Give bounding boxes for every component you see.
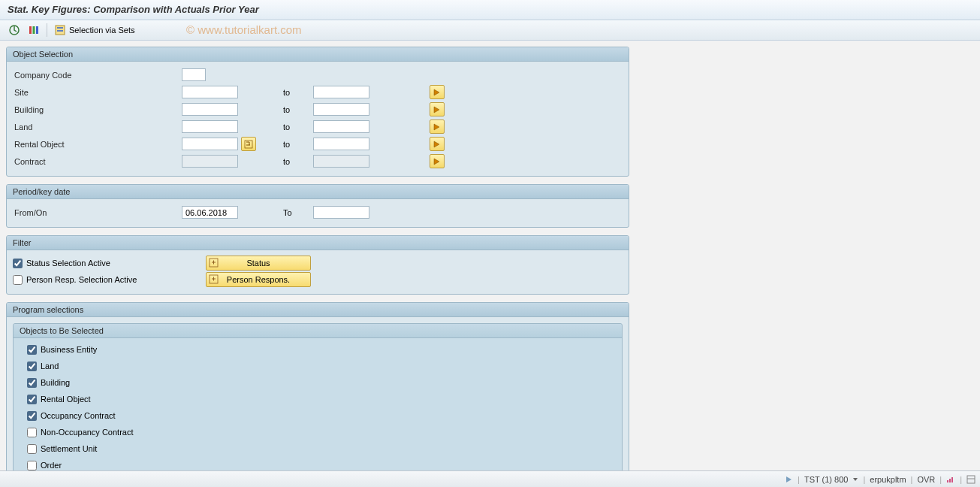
layout-icon[interactable] — [966, 475, 975, 484]
application-toolbar: Selection via Sets © www.tutorialkart.co… — [0, 20, 980, 41]
object-label: Occupancy Contract — [41, 411, 116, 420]
sets-icon — [54, 24, 66, 36]
object-checkbox[interactable] — [27, 378, 37, 388]
rental-object-from-input[interactable] — [182, 138, 238, 150]
status-active-label: Status Selection Active — [26, 259, 110, 268]
land-multiple-button[interactable] — [430, 119, 445, 134]
selection-via-sets-button[interactable]: Selection via Sets — [52, 23, 137, 38]
period-to-input[interactable] — [313, 206, 369, 219]
selection-via-sets-label: Selection via Sets — [69, 26, 134, 35]
expand-icon — [209, 258, 219, 268]
land-from-input[interactable] — [182, 120, 238, 133]
svg-rect-10 — [967, 476, 975, 483]
period-group: Period/key date From/On To — [6, 184, 629, 228]
program-selections-header: Program selections — [7, 303, 629, 317]
rental-object-f4-button[interactable] — [241, 137, 256, 151]
object-selection-group: Object Selection Company Code Site to Bu… — [6, 47, 629, 177]
page-title: Stat. Key Figures: Comparison with Actua… — [0, 0, 980, 20]
from-on-input[interactable] — [182, 206, 238, 219]
filter-header: Filter — [7, 236, 629, 250]
toolbar-separator — [47, 23, 47, 37]
object-checkbox[interactable] — [27, 345, 37, 355]
object-label: Land — [41, 361, 59, 371]
site-from-input[interactable] — [182, 86, 238, 98]
rental-object-to-input[interactable] — [313, 138, 369, 150]
rental-object-to-label: to — [283, 140, 313, 149]
object-checkbox[interactable] — [27, 428, 37, 437]
object-label: Rental Object — [41, 395, 91, 404]
status-bar: | TST (1) 800 | erpukpltm | OVR | | — [0, 470, 980, 487]
object-label: Order — [41, 461, 62, 470]
execute-icon — [8, 24, 20, 36]
status-active-checkbox[interactable] — [13, 259, 23, 268]
arrow-right-icon — [433, 106, 441, 113]
objects-to-be-selected-group: Objects to Be Selected Business EntityLa… — [13, 323, 623, 479]
variant-button[interactable] — [26, 23, 42, 38]
object-checkbox[interactable] — [27, 361, 37, 371]
rental-object-multiple-button[interactable] — [430, 137, 445, 151]
object-item: Occupancy Contract — [27, 407, 614, 424]
building-multiple-button[interactable] — [430, 102, 445, 116]
arrow-right-icon — [433, 158, 441, 165]
building-from-input[interactable] — [182, 103, 238, 116]
object-item: Rental Object — [27, 391, 614, 407]
building-to-input[interactable] — [313, 103, 369, 116]
building-to-label: to — [283, 105, 313, 114]
contract-from-input[interactable] — [182, 155, 238, 168]
site-to-label: to — [283, 88, 313, 97]
site-multiple-button[interactable] — [430, 85, 445, 99]
arrow-right-icon — [433, 89, 441, 96]
object-checkbox[interactable] — [27, 411, 37, 421]
execute-button[interactable] — [6, 23, 23, 38]
signal-icon[interactable] — [946, 475, 955, 484]
company-code-label: Company Code — [13, 71, 182, 80]
person-active-label: Person Resp. Selection Active — [26, 275, 137, 284]
contract-to-input[interactable] — [313, 155, 369, 168]
object-label: Building — [41, 378, 70, 387]
status-button[interactable]: Status — [206, 256, 311, 271]
company-code-input[interactable] — [182, 68, 206, 81]
svg-rect-5 — [57, 27, 63, 29]
status-system: TST (1) 800 — [804, 475, 849, 484]
object-checkbox[interactable] — [27, 395, 37, 404]
contract-to-label: to — [283, 157, 313, 166]
land-to-label: to — [283, 123, 313, 132]
dropdown-icon[interactable] — [852, 476, 858, 482]
object-item: Building — [27, 374, 614, 391]
period-to-label: To — [283, 208, 313, 217]
svg-rect-6 — [57, 30, 63, 32]
arrow-right-icon — [433, 141, 441, 148]
expand-icon — [209, 274, 219, 284]
status-mode: OVR — [917, 475, 935, 484]
from-on-label: From/On — [13, 208, 182, 217]
site-to-input[interactable] — [313, 86, 369, 98]
object-item: Non-Occupancy Contract — [27, 424, 614, 440]
person-active-checkbox[interactable] — [13, 275, 23, 285]
contract-multiple-button[interactable] — [430, 154, 445, 168]
contract-label: Contract — [13, 157, 182, 166]
object-checkbox[interactable] — [27, 461, 37, 470]
status-server: erpukpltm — [870, 475, 906, 484]
object-item: Land — [27, 358, 614, 374]
person-button-label: Person Respons. — [227, 275, 290, 284]
site-label: Site — [13, 88, 182, 97]
person-button[interactable]: Person Respons. — [206, 272, 311, 287]
object-item: Settlement Unit — [27, 440, 614, 457]
filter-group: Filter Status Selection Active Status Pe… — [6, 235, 629, 295]
building-label: Building — [13, 105, 182, 114]
search-help-icon — [244, 140, 253, 149]
period-header: Period/key date — [7, 185, 629, 199]
land-to-input[interactable] — [313, 120, 369, 133]
svg-rect-1 — [29, 26, 32, 34]
object-label: Non-Occupancy Contract — [41, 428, 134, 437]
object-item: Business Entity — [27, 341, 614, 358]
program-selections-group: Program selections Objects to Be Selecte… — [6, 302, 629, 485]
variant-icon — [28, 24, 40, 36]
objects-header: Objects to Be Selected — [14, 324, 622, 338]
object-label: Business Entity — [41, 345, 97, 354]
play-icon[interactable] — [786, 476, 793, 483]
arrow-right-icon — [433, 123, 441, 131]
svg-rect-3 — [36, 26, 38, 34]
object-label: Settlement Unit — [41, 444, 97, 453]
object-checkbox[interactable] — [27, 444, 37, 454]
